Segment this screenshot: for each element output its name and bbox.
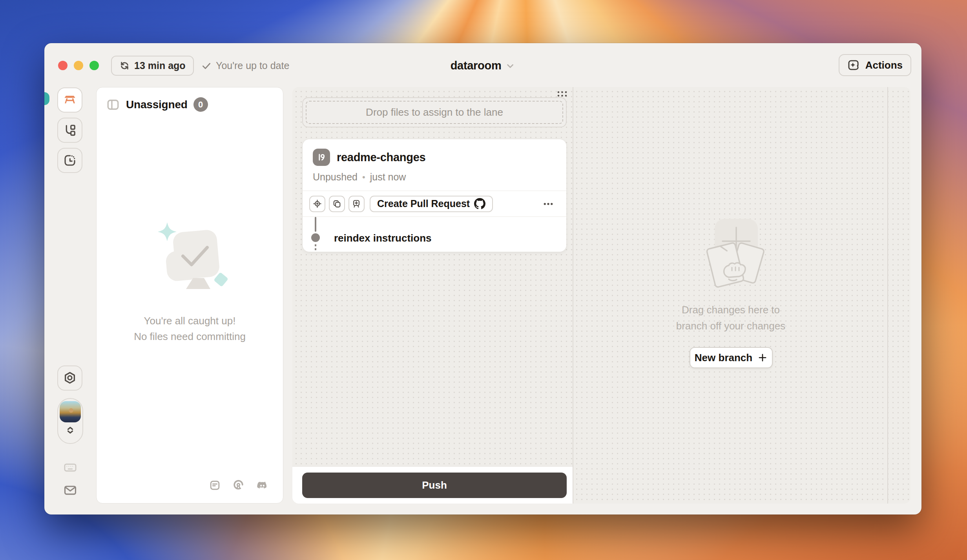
keyboard-shortcuts-button[interactable] bbox=[57, 460, 83, 475]
create-pr-label: Create Pull Request bbox=[377, 198, 470, 209]
commit-graph-line bbox=[315, 217, 316, 232]
changelog-button[interactable] bbox=[209, 479, 221, 492]
sync-button[interactable]: 13 min ago bbox=[111, 56, 194, 76]
branch-icon bbox=[316, 152, 327, 162]
edge-pull-tab[interactable] bbox=[44, 92, 49, 105]
branch-lane: Drop files to assign to the lane bbox=[292, 87, 573, 504]
check-icon bbox=[201, 61, 212, 71]
caught-up-illustration bbox=[147, 217, 233, 301]
commit-target-button[interactable] bbox=[309, 196, 325, 212]
desktop-wallpaper: 13 min ago You're up to date dataroom Ac… bbox=[0, 0, 967, 560]
canvas-empty-line1: Drag changes here to bbox=[633, 302, 829, 318]
mail-icon bbox=[63, 483, 77, 497]
user-menu[interactable] bbox=[57, 398, 83, 444]
push-status: Unpushed bbox=[313, 171, 358, 183]
traffic-lights bbox=[58, 61, 99, 70]
discord-icon bbox=[256, 479, 269, 492]
canvas-empty-line2: branch off your changes bbox=[633, 318, 829, 334]
sidebar-item-history[interactable] bbox=[57, 148, 82, 173]
sync-label: 13 min ago bbox=[134, 60, 186, 71]
sidebar-item-workspace[interactable] bbox=[57, 87, 82, 113]
sidebar-item-branches[interactable] bbox=[57, 118, 82, 143]
unassigned-count-badge: 0 bbox=[193, 97, 208, 112]
sync-status-text: You're up to date bbox=[216, 60, 289, 71]
create-pr-button[interactable]: Create Pull Request bbox=[370, 196, 493, 212]
empty-commit-icon bbox=[352, 199, 361, 209]
sync-status: You're up to date bbox=[201, 56, 289, 76]
actions-label: Actions bbox=[865, 59, 903, 71]
github-icon bbox=[474, 198, 485, 209]
unassigned-header: Unassigned 0 bbox=[97, 87, 283, 122]
canvas-divider bbox=[887, 87, 888, 504]
minimize-window-button[interactable] bbox=[74, 61, 83, 70]
actions-sparkle-icon bbox=[847, 58, 861, 72]
open-source-icon bbox=[232, 479, 244, 491]
commit-list: reindex instructions bbox=[303, 216, 566, 252]
empty-state-line1: You're all caught up! bbox=[97, 313, 283, 329]
workspace-table-icon bbox=[62, 93, 77, 107]
branch-card: readme-changes Unpushed • just now bbox=[302, 139, 567, 252]
open-source-button[interactable] bbox=[232, 479, 244, 492]
dropzone-text: Drop files to assign to the lane bbox=[366, 106, 503, 118]
empty-state-line2: No files need committing bbox=[97, 329, 283, 344]
unassigned-empty-state: You're all caught up! No files need comm… bbox=[97, 217, 283, 344]
history-icon bbox=[63, 153, 77, 167]
copy-branch-button[interactable] bbox=[329, 196, 345, 212]
unassigned-panel: Unassigned 0 You're all caught up! No fi… bbox=[96, 87, 283, 504]
settings-button[interactable] bbox=[57, 365, 82, 391]
chevron-down-icon bbox=[505, 61, 515, 71]
lane-drag-handle[interactable] bbox=[557, 91, 567, 97]
commit-dot bbox=[311, 233, 320, 242]
workspace-canvas: Drop files to assign to the lane bbox=[292, 87, 910, 504]
new-branch-button[interactable]: New branch bbox=[690, 347, 773, 368]
branch-menu-button[interactable] bbox=[542, 198, 554, 210]
project-name: dataroom bbox=[451, 59, 502, 72]
sync-icon bbox=[119, 60, 130, 71]
branches-icon bbox=[63, 123, 77, 137]
meta-separator: • bbox=[362, 172, 365, 182]
branch-card-header: readme-changes Unpushed • just now bbox=[303, 139, 566, 191]
plus-icon bbox=[757, 353, 768, 363]
close-window-button[interactable] bbox=[58, 61, 68, 70]
project-selector[interactable]: dataroom bbox=[451, 56, 516, 76]
file-dropzone[interactable]: Drop files to assign to the lane bbox=[302, 97, 567, 127]
unassigned-title: Unassigned bbox=[126, 98, 188, 111]
ellipsis-icon bbox=[542, 198, 554, 210]
actions-button[interactable]: Actions bbox=[839, 54, 911, 76]
new-branch-label: New branch bbox=[695, 352, 752, 364]
lane-footer: Push bbox=[292, 466, 573, 504]
gitbutler-window: 13 min ago You're up to date dataroom Ac… bbox=[44, 43, 921, 515]
feedback-icon bbox=[209, 479, 221, 491]
drag-changes-illustration bbox=[701, 217, 772, 294]
discord-button[interactable] bbox=[256, 479, 269, 492]
gear-icon bbox=[63, 371, 77, 385]
feedback-mail-button[interactable] bbox=[57, 483, 83, 497]
zoom-window-button[interactable] bbox=[89, 61, 99, 70]
canvas-empty-text: Drag changes here to branch off your cha… bbox=[633, 302, 829, 334]
keyboard-icon bbox=[63, 460, 77, 475]
commit-time: just now bbox=[370, 171, 406, 183]
commit-graph-dotted-line bbox=[315, 244, 316, 252]
panel-footer-links bbox=[209, 479, 269, 492]
split-view-icon bbox=[106, 98, 120, 112]
branch-name[interactable]: readme-changes bbox=[337, 151, 425, 164]
avatar[interactable] bbox=[60, 401, 81, 422]
branch-badge bbox=[313, 149, 330, 166]
copy-icon bbox=[332, 199, 342, 209]
new-commit-button[interactable] bbox=[348, 196, 365, 212]
push-button[interactable]: Push bbox=[302, 473, 567, 498]
branch-meta: Unpushed • just now bbox=[313, 171, 556, 183]
branch-actions-row: Create Pull Request bbox=[303, 191, 566, 216]
target-icon bbox=[312, 199, 322, 209]
chevron-up-down-icon bbox=[64, 424, 76, 436]
commit-message[interactable]: reindex instructions bbox=[334, 232, 432, 244]
